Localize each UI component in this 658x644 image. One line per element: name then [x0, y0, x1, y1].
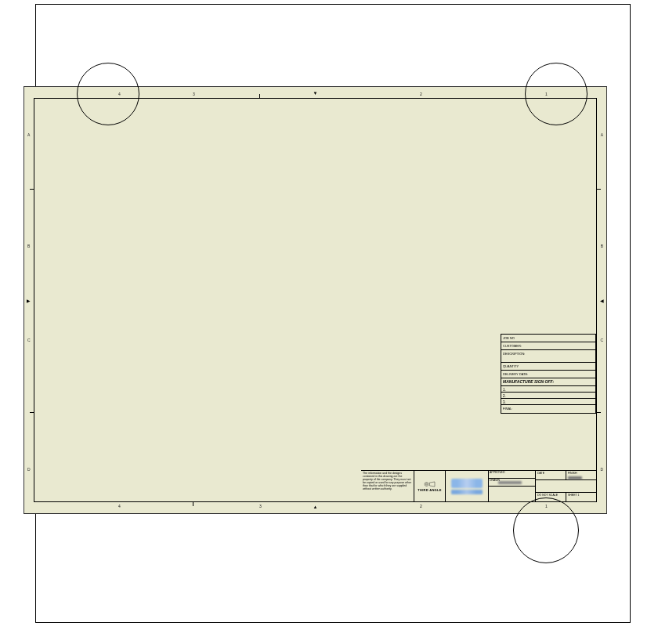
zone-col-3-top: 3	[193, 92, 195, 96]
job-no-label: JOB NO	[503, 336, 515, 340]
id-column: DATE FINISH DO NOT SCALE SHEET 1	[536, 471, 596, 502]
logo-column	[446, 471, 489, 502]
zone-col-4-top: 4	[118, 92, 121, 96]
job-info-block[interactable]: JOB NO CUSTOMER: DESCRIPTION: QUANTITY D…	[501, 334, 596, 414]
title-block[interactable]: The information and the designs containe…	[361, 470, 596, 502]
drawn-row[interactable]: DRAWN	[489, 479, 535, 487]
customer-row[interactable]: CUSTOMER:	[501, 342, 595, 350]
zone-tick	[259, 94, 260, 98]
description-row[interactable]: DESCRIPTION:	[501, 350, 595, 363]
zone-row-b-left: B	[27, 244, 30, 248]
center-mark-right: ◀	[600, 298, 604, 303]
zone-row-d-right: D	[600, 467, 603, 472]
zone-tick	[597, 412, 601, 413]
company-logo-sub	[451, 490, 483, 494]
signoff-3[interactable]: 3.	[501, 399, 595, 405]
do-not-scale-label: DO NOT SCALE	[537, 494, 558, 497]
zone-tick	[193, 502, 193, 506]
approval-column: APPROVED DRAWN	[489, 471, 536, 502]
zone-tick	[597, 189, 601, 190]
quantity-label: QUANTITY	[503, 364, 519, 368]
approved-label: APPROVED	[490, 471, 504, 474]
drawing-number-cell[interactable]	[536, 480, 596, 493]
finish-label: FINISH	[568, 472, 577, 475]
zone-row-d-left: D	[27, 467, 31, 472]
customer-label: CUSTOMER:	[503, 344, 522, 348]
signoff-row[interactable]: MANUFACTURE SIGN OFF:	[501, 378, 595, 386]
signoff-1[interactable]: 1.	[501, 386, 595, 393]
finish-cell[interactable]: FINISH	[566, 471, 596, 479]
third-angle-icon	[424, 481, 436, 487]
notes-text: The information and the designs containe…	[363, 472, 411, 490]
do-not-scale-cell: DO NOT SCALE	[536, 493, 566, 502]
svg-point-1	[425, 483, 427, 485]
row-1-label: 1.	[503, 388, 506, 392]
row-2-label: 2.	[503, 394, 506, 398]
delivery-row[interactable]: DELIVERY DATE:	[501, 371, 595, 378]
date-label: DATE	[537, 472, 544, 475]
zone-col-1-bot: 1	[545, 504, 548, 508]
sheet-cell: SHEET 1	[566, 493, 596, 502]
sheet-label: SHEET 1	[568, 494, 580, 497]
description-label: DESCRIPTION:	[503, 352, 525, 356]
zone-row-c-left: C	[27, 338, 31, 342]
company-logo	[451, 479, 483, 488]
zone-col-2-top: 2	[420, 92, 422, 96]
zone-col-4-bot: 4	[118, 504, 121, 508]
drawn-value-redacted	[498, 481, 522, 484]
zone-col-2-bot: 2	[420, 504, 422, 508]
job-no-row[interactable]: JOB NO	[501, 335, 595, 342]
final-label: FINAL:	[503, 407, 512, 411]
zone-row-a-right: A	[601, 132, 603, 137]
zone-row-a-left: A	[27, 132, 30, 137]
third-angle-label: THIRD ANGLE	[418, 488, 441, 492]
zone-tick	[30, 412, 34, 413]
center-mark-bottom: ▲	[313, 505, 318, 509]
zone-row-b-right: B	[601, 244, 603, 248]
signoff-label: MANUFACTURE SIGN OFF:	[503, 379, 554, 384]
drawing-border	[34, 98, 597, 502]
zone-col-3-bot: 3	[259, 504, 262, 508]
finish-value-redacted	[568, 476, 582, 479]
notes-column: The information and the designs containe…	[361, 471, 414, 502]
delivery-label: DELIVERY DATE:	[503, 372, 528, 376]
center-mark-top: ▼	[313, 91, 318, 96]
approved-row[interactable]: APPROVED	[489, 471, 535, 479]
signoff-2[interactable]: 2.	[501, 393, 595, 399]
zone-row-c-right: C	[600, 338, 603, 342]
zone-tick	[30, 189, 34, 190]
blank-row	[489, 487, 535, 502]
date-cell[interactable]: DATE	[536, 471, 566, 479]
center-mark-left: ▶	[27, 298, 31, 303]
zone-col-1-top: 1	[545, 92, 548, 96]
svg-point-0	[425, 483, 428, 487]
quantity-row[interactable]: QUANTITY	[501, 363, 595, 371]
projection-column: THIRD ANGLE	[414, 471, 446, 502]
drawing-sheet[interactable]: 4 3 2 1 ▼ 4 3 2 1 ▲ A B C D ▶ A B C D ◀ …	[24, 86, 607, 514]
final-row[interactable]: FINAL:	[501, 405, 595, 413]
row-3-label: 3.	[503, 400, 506, 404]
